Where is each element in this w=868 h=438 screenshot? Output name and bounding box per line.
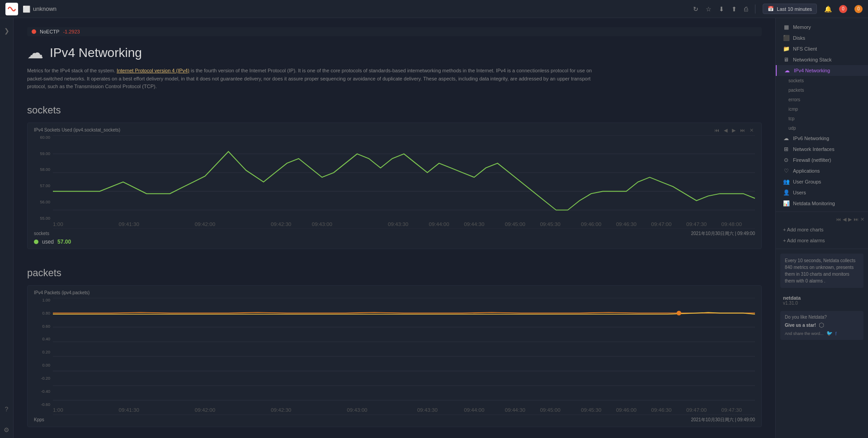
sidebar-memory-label: Memory — [793, 24, 811, 30]
alert-label: NoECTP — [40, 29, 59, 34]
share-icon[interactable]: ⬆ — [731, 5, 737, 13]
app-logo[interactable] — [5, 3, 18, 15]
facebook-icon[interactable]: f — [835, 331, 837, 336]
svg-text:09:41:00: 09:41:00 — [53, 221, 63, 226]
sidebar-item-users[interactable]: 👤 Users — [776, 187, 868, 198]
sidebar-item-disks[interactable]: ⬛ Disks — [776, 33, 868, 43]
sidebar-item-icmp[interactable]: icmp — [776, 104, 868, 114]
chart-back-btn[interactable]: ◀ — [722, 127, 729, 133]
svg-text:09:48:00: 09:48:00 — [722, 221, 742, 226]
sidebar-item-networking-stack[interactable]: 🖥 Networking Stack — [776, 54, 868, 65]
sidebar-applications-label: Applications — [793, 168, 820, 174]
sidebar-item-firewall[interactable]: ⊙ Firewall (netfilter) — [776, 155, 868, 165]
chart-controls-sockets: ⏮ ◀ ▶ ⏭ ✕ — [713, 127, 755, 133]
svg-text:09:47:30: 09:47:30 — [686, 221, 707, 226]
add-charts-button[interactable]: + Add more charts — [776, 224, 868, 235]
sidebar-item-udp[interactable]: udp — [776, 123, 868, 133]
chart-prev-btn[interactable]: ⏮ — [713, 127, 721, 133]
sidebar-errors-label: errors — [788, 97, 800, 102]
svg-text:09:44:00: 09:44:00 — [429, 221, 450, 226]
sidebar-item-ipv6[interactable]: ☁ IPv6 Networking — [776, 133, 868, 144]
svg-text:09:46:00: 09:46:00 — [616, 407, 637, 413]
page-title: IPv4 Networking — [50, 46, 142, 60]
sockets-chart-subtitle: IPv4 Sockets Used (ipv4.sockstat_sockets… — [34, 127, 755, 132]
applications-icon: ♡ — [783, 168, 789, 174]
sockets-yaxis: 60.00 59.00 58.00 57.00 56.00 55.00 — [34, 135, 53, 229]
nav-last[interactable]: ⏭ — [854, 217, 859, 222]
star-icon[interactable]: ☆ — [706, 5, 712, 13]
chart-next-btn[interactable]: ⏭ — [739, 127, 746, 133]
packets-legend: Kpps — [34, 417, 44, 422]
sidebar-item-packets[interactable]: packets — [776, 85, 868, 95]
svg-text:09:43:30: 09:43:30 — [388, 221, 409, 226]
legend-used-dot — [34, 240, 38, 244]
nfs-icon: 📁 — [783, 46, 789, 52]
sidebar-ipv4-label: IPv4 Networking — [794, 68, 830, 73]
packets-unit-label: Kpps — [34, 417, 44, 422]
svg-text:09:47:30: 09:47:30 — [722, 407, 742, 413]
svg-text:09:43:00: 09:43:00 — [312, 221, 333, 226]
svg-text:09:43:00: 09:43:00 — [347, 407, 368, 413]
settings-icon[interactable]: ⚙ — [4, 426, 9, 433]
ipv4-icon: ☁ — [784, 67, 790, 74]
twitter-icon[interactable]: 🐦 — [826, 330, 833, 336]
sockets-section-label: sockets — [34, 231, 49, 236]
nav-first[interactable]: ⏮ — [836, 217, 841, 222]
sidebar-item-netdata-monitoring[interactable]: 📊 Netdata Monitoring — [776, 198, 868, 209]
sidebar-item-tcp[interactable]: tcp — [776, 114, 868, 123]
refresh-icon[interactable]: ↻ — [693, 5, 698, 13]
add-alarms-button[interactable]: + Add more alarms — [776, 235, 868, 246]
topbar: ⬜ unknown ↻ ☆ ⬇ ⬆ ⎙ 📅 Last 10 minutes 🔔 … — [0, 0, 868, 18]
share-word-text: And share the word... — [785, 331, 824, 336]
svg-text:09:43:30: 09:43:30 — [417, 407, 438, 413]
nav-prev[interactable]: ◀ — [843, 217, 846, 222]
sidebar-item-applications[interactable]: ♡ Applications — [776, 165, 868, 176]
notification-badge: 0 — [854, 5, 863, 13]
sidebar-item-user-groups[interactable]: 👥 User Groups — [776, 176, 868, 187]
nav-close[interactable]: ✕ — [860, 217, 864, 222]
svg-text:09:41:00: 09:41:00 — [53, 407, 63, 413]
sidebar-item-network-interfaces[interactable]: ⊞ Network Interfaces — [776, 144, 868, 155]
sockets-legend-row: used 57.00 — [34, 239, 755, 245]
svg-text:09:45:00: 09:45:00 — [540, 407, 561, 413]
cloud-icon: ☁ — [27, 43, 43, 62]
chevron-right-icon[interactable]: ❯ — [4, 27, 9, 34]
sidebar-udp-label: udp — [788, 126, 796, 131]
netdata-name: netdata — [783, 295, 861, 301]
disks-icon: ⬛ — [783, 35, 789, 41]
chart-fwd-btn[interactable]: ▶ — [731, 127, 737, 133]
svg-text:09:45:30: 09:45:30 — [581, 407, 602, 413]
sidebar-item-ipv4[interactable]: ☁ IPv4 Networking — [776, 65, 868, 76]
add-charts-label: + Add more charts — [783, 227, 824, 232]
nav-next[interactable]: ▶ — [848, 217, 852, 222]
packets-chart-wrapper: 1.00 0.80 0.60 0.40 0.20 0.00 -0.20 -0.4… — [34, 298, 755, 415]
users-icon: 👤 — [783, 189, 789, 196]
star-cta[interactable]: Give us a star! — [785, 323, 816, 328]
bell-icon[interactable]: 🔔 — [824, 5, 832, 13]
time-range-button[interactable]: 📅 Last 10 minutes — [763, 4, 817, 14]
sockets-svg: 09:41:00 09:41:30 09:42:00 09:42:30 09:4… — [53, 135, 755, 229]
network-interfaces-icon: ⊞ — [783, 146, 789, 152]
packets-chart-container: IPv4 Packets (ipv4.packets) 1.00 0.80 0.… — [27, 285, 762, 427]
download-icon[interactable]: ⬇ — [719, 5, 724, 13]
chart-close-btn[interactable]: ✕ — [748, 127, 755, 133]
sidebar-item-memory[interactable]: ▦ Memory — [776, 22, 868, 33]
sockets-chart-footer: sockets 2021年10月30日周六 | 09:49:00 — [34, 231, 755, 237]
netdata-monitoring-icon: 📊 — [783, 200, 789, 207]
star-prompt: Do you like Netdata? — [785, 315, 859, 320]
sidebar-item-nfs[interactable]: 📁 NFS Client — [776, 43, 868, 54]
sidebar-item-errors[interactable]: errors — [776, 95, 868, 104]
legend-used-value: 57.00 — [57, 239, 71, 245]
help-icon[interactable]: ? — [5, 405, 9, 413]
alert-value: -1.2923 — [63, 29, 80, 34]
sidebar-item-sockets[interactable]: sockets — [776, 76, 868, 85]
packets-highlight-dot — [677, 311, 681, 315]
svg-text:09:44:30: 09:44:30 — [505, 407, 526, 413]
github-icon[interactable]: ⬡ — [819, 321, 824, 329]
sockets-chart-wrapper: 60.00 59.00 58.00 57.00 56.00 55.00 — [34, 135, 755, 229]
page-title-area: ☁ IPv4 Networking — [27, 43, 762, 62]
sockets-chart-container: ⏮ ◀ ▶ ⏭ ✕ IPv4 Sockets Used (ipv4.sockst… — [27, 122, 762, 249]
packets-chart-area: 09:41:00 09:41:30 09:42:00 09:42:30 09:4… — [53, 298, 755, 415]
print-icon[interactable]: ⎙ — [744, 5, 748, 13]
ipv4-link[interactable]: Internet Protocol version 4 (IPv4) — [117, 68, 189, 73]
